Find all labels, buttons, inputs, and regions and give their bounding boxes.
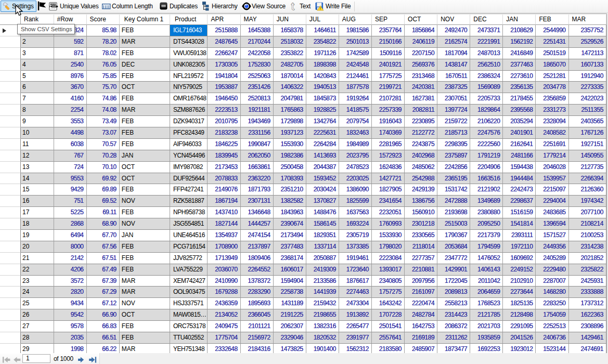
svg-text:t: t (291, 1, 294, 11)
